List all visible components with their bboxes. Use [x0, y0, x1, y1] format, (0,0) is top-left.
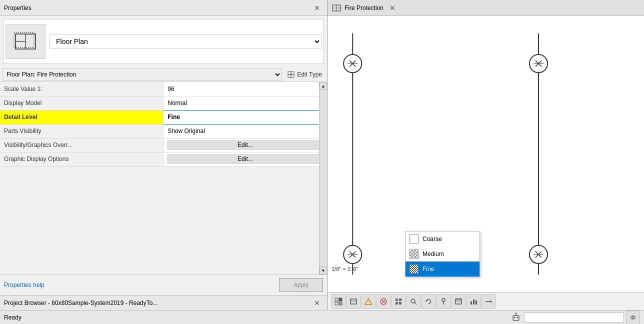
prop-value-edit: Edit... — [164, 152, 327, 166]
drawing-canvas[interactable]: Coarse Medium Fine 1/8" = 1'-0" — [328, 16, 644, 292]
scale-label: 1/8" = 1'-0" — [332, 266, 358, 272]
svg-point-60 — [517, 316, 518, 318]
svg-line-45 — [414, 302, 416, 304]
table-row-detail-level: Detail Level Fine — [0, 110, 327, 124]
svg-rect-58 — [513, 316, 519, 320]
toolbar-box-btn[interactable] — [346, 294, 360, 308]
prop-value-edit: Edit... — [164, 138, 327, 152]
svg-rect-31 — [335, 302, 338, 305]
prop-name: Graphic Display Options — [0, 152, 164, 166]
undo-icon — [424, 298, 432, 306]
project-browser-close-btn[interactable]: ✕ — [311, 298, 323, 308]
properties-table-container: Scale Value 1: 96 Display Model Normal D… — [0, 82, 327, 274]
component-icon — [394, 298, 402, 306]
toolbar-chart-btn[interactable] — [466, 294, 480, 308]
svg-rect-54 — [473, 300, 474, 304]
edit-type-btn[interactable]: Edit Type — [284, 70, 325, 80]
drawing-svg — [328, 16, 644, 292]
grid-icon — [334, 298, 342, 306]
dropdown-item-coarse[interactable]: Coarse — [406, 232, 480, 246]
prop-name: Scale Value 1: — [0, 82, 164, 96]
properties-help-link[interactable]: Properties help — [4, 282, 44, 288]
properties-panel: Properties ✕ Floor Plan Floor — [0, 0, 328, 310]
prop-value: Show Original — [164, 124, 327, 138]
edit-type-icon — [287, 70, 295, 78]
x-icon — [380, 298, 388, 306]
toolbar-warning-btn[interactable]: ! — [362, 294, 376, 308]
status-text: Ready — [4, 314, 22, 321]
zoom-icon — [410, 298, 418, 306]
toolbar-x-btn[interactable] — [376, 294, 390, 308]
dropdown-item-fine[interactable]: Fine — [406, 262, 480, 276]
prop-name-detail-level: Detail Level — [0, 110, 164, 124]
properties-bottom: Properties help Apply — [0, 274, 327, 295]
apply-btn[interactable]: Apply — [279, 278, 323, 292]
svg-rect-4 — [288, 72, 291, 74]
table-row: Scale Value 1: 96 — [0, 82, 327, 96]
drawing-view-icon — [332, 3, 342, 13]
table-row: Display Model Normal — [0, 96, 327, 110]
scroll-down-btn[interactable]: ▼ — [320, 266, 327, 274]
fine-icon — [410, 264, 418, 274]
fine-label: Fine — [422, 266, 434, 272]
svg-rect-3 — [14, 32, 34, 48]
toolbar-undo-btn[interactable] — [422, 294, 436, 308]
svg-point-44 — [411, 299, 415, 303]
graphic-display-edit-btn[interactable]: Edit... — [168, 154, 322, 164]
prop-value-detail-level[interactable]: Fine — [164, 110, 327, 124]
svg-rect-30 — [339, 298, 342, 301]
properties-close-btn[interactable]: ✕ — [311, 3, 323, 13]
toolbar-arrow-btn[interactable] — [482, 294, 496, 308]
calendar-icon — [454, 298, 462, 306]
svg-rect-43 — [399, 302, 402, 304]
view-type-select[interactable]: Floor Plan: Fire Protection — [2, 68, 282, 80]
svg-rect-41 — [399, 298, 402, 301]
properties-title: Properties — [4, 4, 32, 12]
bottom-toolbar: ! — [328, 292, 644, 310]
svg-point-47 — [442, 298, 445, 302]
drawing-area: Fire Protection ✕ — [328, 0, 644, 310]
pin-icon — [440, 298, 448, 306]
view-name-select[interactable]: Floor Plan — [50, 34, 322, 48]
view-selector: Floor Plan — [3, 19, 324, 64]
view-icon-container — [6, 24, 46, 59]
scroll-up-btn[interactable]: ▲ — [320, 82, 327, 90]
svg-rect-5 — [291, 72, 294, 74]
toolbar-calendar-btn[interactable] — [452, 294, 466, 308]
prop-name: Visibility/Graphics Overr... — [0, 138, 164, 152]
status-bar: Ready — [0, 310, 644, 324]
coarse-label: Coarse — [422, 236, 442, 242]
dropdown-item-medium[interactable]: Medium — [406, 246, 480, 262]
toolbar-grid-btn[interactable] — [332, 294, 346, 308]
toolbar-zoom-btn[interactable] — [406, 294, 420, 308]
prop-value: Normal — [164, 96, 327, 110]
toolbar-component-btn[interactable] — [392, 294, 406, 308]
table-row: Graphic Display Options Edit... — [0, 152, 327, 166]
view-dropdown-container: Floor Plan — [50, 34, 322, 48]
scroll-arrows: ▲ ▼ — [319, 82, 327, 274]
prop-name: Parts Visibility — [0, 124, 164, 138]
floor-plan-icon — [13, 29, 38, 54]
robot-icon — [510, 312, 522, 324]
box-icon — [350, 298, 358, 306]
svg-rect-55 — [476, 300, 477, 304]
svg-rect-42 — [396, 302, 398, 304]
medium-icon — [410, 250, 418, 258]
project-browser-title: Project Browser - 60x80Sample-System2019… — [4, 300, 158, 306]
status-search-input[interactable] — [524, 312, 624, 322]
visibility-edit-btn[interactable]: Edit... — [168, 140, 322, 150]
toolbar-pin-btn[interactable] — [436, 294, 450, 308]
svg-point-64 — [630, 315, 636, 320]
medium-label: Medium — [422, 250, 444, 258]
drawing-title: Fire Protection — [344, 4, 384, 12]
svg-rect-49 — [456, 299, 462, 304]
status-right — [510, 310, 640, 324]
svg-point-62 — [516, 312, 517, 314]
settings-icon — [630, 314, 636, 321]
svg-point-59 — [514, 316, 516, 318]
status-settings-btn[interactable] — [626, 310, 640, 324]
table-row: Parts Visibility Show Original — [0, 124, 327, 138]
arrow-icon — [484, 298, 492, 306]
drawing-close-btn[interactable]: ✕ — [386, 3, 398, 13]
detail-level-dropdown: Coarse Medium Fine — [405, 231, 480, 277]
